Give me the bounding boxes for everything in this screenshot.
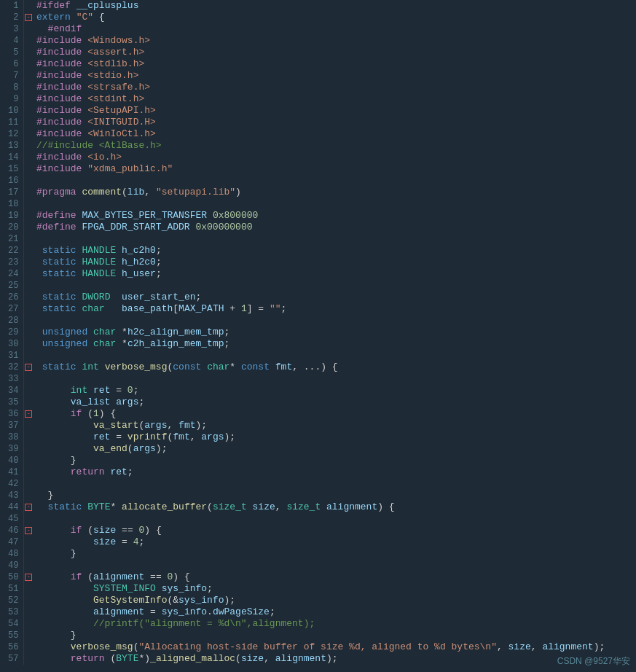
line-number: 38 xyxy=(0,431,23,443)
table-row: 15#include "xdma_public.h" xyxy=(0,163,636,175)
fold-gutter xyxy=(23,466,34,478)
code-line: #include <stdio.h> xyxy=(34,70,636,82)
fold-gutter xyxy=(23,35,34,47)
line-number: 28 xyxy=(0,315,23,327)
fold-gutter xyxy=(23,595,34,606)
code-line: #include <Windows.h> xyxy=(34,35,636,47)
code-line xyxy=(34,233,636,245)
code-line: } xyxy=(34,548,636,560)
line-number: 12 xyxy=(0,128,23,140)
fold-gutter xyxy=(23,140,34,152)
code-line xyxy=(34,280,636,292)
fold-gutter[interactable]: - xyxy=(23,408,34,420)
code-line: va_start(args, fmt); xyxy=(34,420,636,431)
fold-gutter xyxy=(23,606,34,618)
line-number: 26 xyxy=(0,292,23,303)
line-number: 54 xyxy=(0,618,23,630)
fold-icon[interactable]: - xyxy=(25,574,32,581)
table-row: 47 size = 4; xyxy=(0,536,636,548)
fold-gutter xyxy=(23,0,34,12)
table-row: 6#include <stdlib.h> xyxy=(0,58,636,70)
fold-gutter xyxy=(23,58,34,70)
fold-gutter xyxy=(23,93,34,105)
table-row: 42 xyxy=(0,478,636,490)
line-number: 29 xyxy=(0,327,23,338)
code-line: static int verbose_msg(const char* const… xyxy=(34,362,636,373)
fold-gutter xyxy=(23,257,34,268)
fold-gutter xyxy=(23,583,34,595)
fold-gutter[interactable]: - xyxy=(23,571,34,583)
code-line: va_list args; xyxy=(34,396,636,408)
table-row: 24 static HANDLE h_user; xyxy=(0,268,636,280)
table-row: 5#include <assert.h> xyxy=(0,47,636,58)
fold-gutter xyxy=(23,653,34,665)
line-number: 10 xyxy=(0,105,23,117)
table-row: 55 } xyxy=(0,630,636,641)
fold-icon[interactable]: - xyxy=(25,504,32,511)
fold-gutter xyxy=(23,187,34,198)
line-number: 33 xyxy=(0,373,23,385)
table-row: 8#include <strsafe.h> xyxy=(0,82,636,93)
table-row: 50- if (alignment == 0) { xyxy=(0,571,636,583)
table-row: 11#include <INITGUID.H> xyxy=(0,117,636,128)
code-line: //printf("alignment = %d\n",alignment); xyxy=(34,618,636,630)
table-row: 37 va_start(args, fmt); xyxy=(0,420,636,431)
code-line: va_end(args); xyxy=(34,443,636,455)
code-line: static char base_path[MAX_PATH + 1] = ""… xyxy=(34,303,636,315)
code-line: #include <stdint.h> xyxy=(34,93,636,105)
table-row: 54 //printf("alignment = %d\n",alignment… xyxy=(0,618,636,630)
fold-gutter xyxy=(23,23,34,35)
fold-gutter xyxy=(23,315,34,327)
code-line xyxy=(34,560,636,571)
fold-gutter xyxy=(23,105,34,117)
fold-gutter[interactable]: - xyxy=(23,501,34,513)
fold-icon[interactable]: - xyxy=(25,364,32,371)
fold-gutter xyxy=(23,618,34,630)
table-row: 48 } xyxy=(0,548,636,560)
code-line: #include <io.h> xyxy=(34,152,636,163)
table-row: 23 static HANDLE h_h2c0; xyxy=(0,257,636,268)
code-line: if (1) { xyxy=(34,408,636,420)
table-row: 57 return (BYTE*)_aligned_malloc(size, a… xyxy=(0,653,636,665)
line-number: 57 xyxy=(0,653,23,665)
line-number: 18 xyxy=(0,198,23,210)
table-row: 40 } xyxy=(0,455,636,466)
code-line xyxy=(34,513,636,525)
fold-gutter[interactable]: - xyxy=(23,12,34,23)
code-line: #include <INITGUID.H> xyxy=(34,117,636,128)
line-number: 11 xyxy=(0,117,23,128)
line-number: 17 xyxy=(0,187,23,198)
table-row: 17#pragma comment(lib, "setupapi.lib") xyxy=(0,187,636,198)
fold-gutter[interactable]: - xyxy=(23,525,34,536)
fold-gutter xyxy=(23,443,34,455)
fold-gutter xyxy=(23,152,34,163)
fold-icon[interactable]: - xyxy=(25,527,32,534)
line-number: 3 xyxy=(0,23,23,35)
code-line: } xyxy=(34,630,636,641)
code-line: size = 4; xyxy=(34,536,636,548)
table-row: 29 unsigned char *h2c_align_mem_tmp; xyxy=(0,327,636,338)
fold-gutter[interactable]: - xyxy=(23,362,34,373)
table-row: 51 SYSTEM_INFO sys_info; xyxy=(0,583,636,595)
fold-gutter xyxy=(23,338,34,350)
fold-gutter xyxy=(23,175,34,187)
line-number: 20 xyxy=(0,222,23,233)
table-row: 43 } xyxy=(0,490,636,501)
table-row: 36- if (1) { xyxy=(0,408,636,420)
line-number: 13 xyxy=(0,140,23,152)
line-number: 9 xyxy=(0,93,23,105)
fold-gutter xyxy=(23,70,34,82)
line-number: 41 xyxy=(0,466,23,478)
fold-icon[interactable]: - xyxy=(25,14,32,21)
line-number: 22 xyxy=(0,245,23,257)
table-row: 26 static DWORD user_start_en; xyxy=(0,292,636,303)
line-number: 5 xyxy=(0,47,23,58)
fold-gutter xyxy=(23,233,34,245)
fold-gutter xyxy=(23,513,34,525)
table-row: 41 return ret; xyxy=(0,466,636,478)
table-row: 19#define MAX_BYTES_PER_TRANSFER 0x80000… xyxy=(0,210,636,222)
fold-icon[interactable]: - xyxy=(25,410,32,418)
table-row: 2-extern "C" { xyxy=(0,12,636,23)
line-number: 45 xyxy=(0,513,23,525)
table-row: 22 static HANDLE h_c2h0; xyxy=(0,245,636,257)
